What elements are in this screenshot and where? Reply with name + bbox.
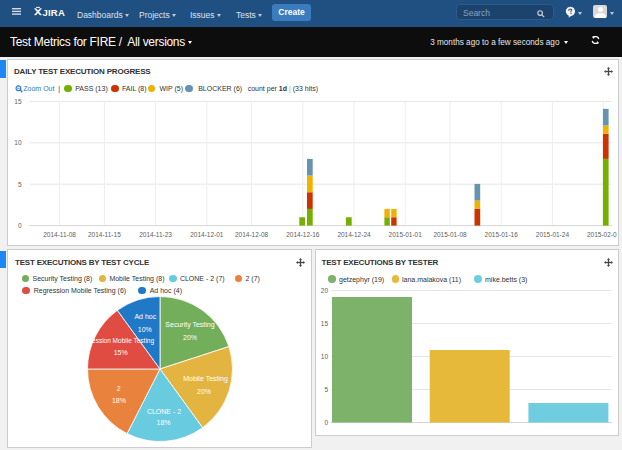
svg-text:15: 15 bbox=[321, 320, 329, 327]
svg-text:2015-01-24: 2015-01-24 bbox=[536, 231, 570, 238]
svg-text:10: 10 bbox=[321, 353, 329, 360]
svg-text:2014-12-24: 2014-12-24 bbox=[337, 231, 371, 238]
svg-text:Security Testing: Security Testing bbox=[165, 321, 214, 329]
svg-text:0: 0 bbox=[324, 419, 328, 426]
svg-text:2014-12-01: 2014-12-01 bbox=[190, 231, 224, 238]
svg-text:2014-11-23: 2014-11-23 bbox=[139, 231, 172, 238]
svg-text:15%: 15% bbox=[114, 349, 128, 356]
svg-text:2015-01-08: 2015-01-08 bbox=[433, 231, 467, 238]
svg-text:CLONE - 2: CLONE - 2 bbox=[147, 408, 181, 415]
svg-text:Ad hoc: Ad hoc bbox=[134, 313, 156, 320]
svg-text:2015-02-01: 2015-02-01 bbox=[587, 231, 617, 238]
svg-text:Regression Mobile Testing: Regression Mobile Testing bbox=[78, 337, 154, 345]
svg-text:20%: 20% bbox=[197, 388, 211, 395]
svg-text:2014-11-15: 2014-11-15 bbox=[88, 231, 121, 238]
svg-text:Mobile Testing: Mobile Testing bbox=[183, 375, 228, 383]
svg-text:10%: 10% bbox=[138, 326, 152, 333]
svg-text:18%: 18% bbox=[112, 397, 126, 404]
svg-text:15: 15 bbox=[14, 98, 22, 105]
svg-text:5: 5 bbox=[324, 386, 328, 393]
svg-text:2014-12-16: 2014-12-16 bbox=[286, 231, 320, 238]
svg-text:2014-12-08: 2014-12-08 bbox=[235, 231, 269, 238]
svg-text:20%: 20% bbox=[183, 334, 197, 341]
svg-text:2: 2 bbox=[117, 385, 121, 392]
svg-text:0: 0 bbox=[18, 222, 22, 229]
svg-text:20: 20 bbox=[321, 287, 329, 294]
svg-text:2015-01-16: 2015-01-16 bbox=[485, 231, 519, 238]
svg-text:2015-01-01: 2015-01-01 bbox=[389, 231, 423, 238]
svg-text:5: 5 bbox=[18, 181, 22, 188]
svg-text:2014-11-08: 2014-11-08 bbox=[43, 231, 76, 238]
svg-text:18%: 18% bbox=[156, 419, 170, 426]
svg-text:10: 10 bbox=[14, 139, 22, 146]
